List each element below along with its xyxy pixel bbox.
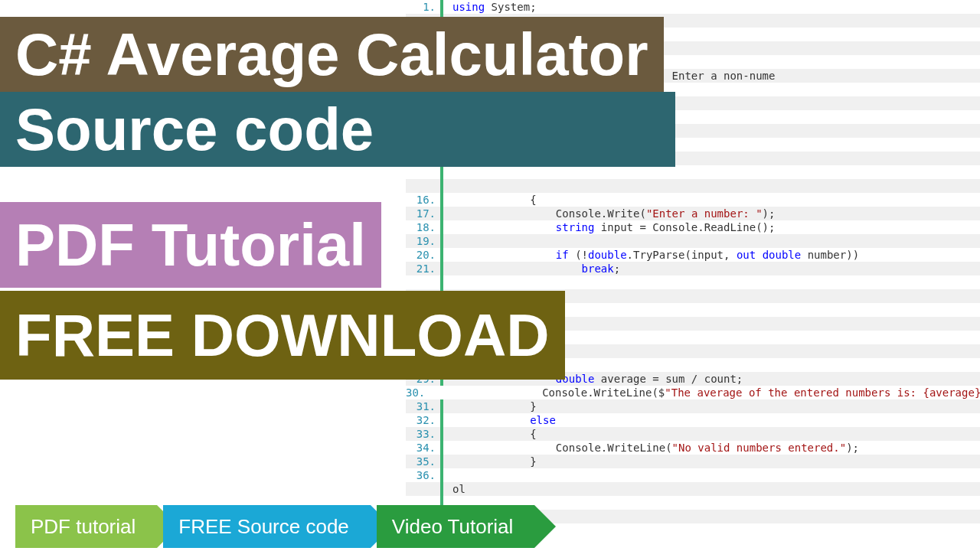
code-text: ol xyxy=(443,482,466,496)
line-number: 31. xyxy=(406,399,440,413)
line-number xyxy=(406,482,440,496)
line-number: 21. xyxy=(406,262,440,276)
code-line: 36. xyxy=(406,468,980,482)
line-number: 33. xyxy=(406,427,440,441)
code-line xyxy=(406,165,980,179)
code-text: Console.WriteLine("No valid numbers ente… xyxy=(443,441,859,455)
code-text xyxy=(443,234,452,248)
code-line xyxy=(406,179,980,193)
pdf-tutorial-banner: PDF Tutorial xyxy=(0,202,381,288)
code-text: } xyxy=(443,455,537,468)
code-line: 18. string input = Console.ReadLine(); xyxy=(406,220,980,234)
code-line: 34. Console.WriteLine("No valid numbers … xyxy=(406,441,980,455)
code-line: 19. xyxy=(406,234,980,248)
line-number xyxy=(406,165,440,179)
video-tutorial-chevron[interactable]: Video Tutorial xyxy=(377,505,535,548)
code-text: string input = Console.ReadLine(); xyxy=(443,220,775,234)
free-download-banner: FREE DOWNLOAD xyxy=(0,291,565,380)
line-number: 19. xyxy=(406,234,440,248)
line-number: 30. xyxy=(406,386,430,399)
line-number xyxy=(406,179,440,193)
pdf-tutorial-chevron[interactable]: PDF tutorial xyxy=(15,505,157,548)
line-number: 17. xyxy=(406,207,440,220)
code-text: else xyxy=(443,413,556,427)
code-text xyxy=(443,179,452,193)
code-text: if (!double.TryParse(input, out double n… xyxy=(443,248,859,262)
code-text: { xyxy=(443,193,537,207)
code-text xyxy=(443,276,452,289)
code-line: 33. { xyxy=(406,427,980,441)
code-line: 32. else xyxy=(406,413,980,427)
line-number: 34. xyxy=(406,441,440,455)
code-text: } xyxy=(443,399,537,413)
code-text: Console.Write("Enter a number: "); xyxy=(443,207,775,220)
code-text: break; xyxy=(443,262,620,276)
line-number: 35. xyxy=(406,455,440,468)
line-number: 18. xyxy=(406,220,440,234)
code-line: ol xyxy=(406,482,980,496)
code-line: 20. if (!double.TryParse(input, out doub… xyxy=(406,248,980,262)
code-line: 17. Console.Write("Enter a number: "); xyxy=(406,207,980,220)
code-text: Console.WriteLine($"The average of the e… xyxy=(430,386,980,399)
code-text xyxy=(443,165,452,179)
code-text: { xyxy=(443,427,537,441)
code-line: 21. break; xyxy=(406,262,980,276)
title-banner: C# Average Calculator xyxy=(0,17,664,92)
code-text xyxy=(443,468,452,482)
free-source-chevron[interactable]: FREE Source code xyxy=(163,505,371,548)
line-number: 16. xyxy=(406,193,440,207)
chevron-row: PDF tutorial FREE Source code Video Tuto… xyxy=(15,505,534,548)
line-number: 1. xyxy=(406,0,440,14)
line-number xyxy=(406,276,440,289)
line-number: 36. xyxy=(406,468,440,482)
code-line: 31. } xyxy=(406,399,980,413)
source-code-banner: Source code xyxy=(0,92,675,167)
code-text: using System; xyxy=(443,0,537,14)
code-line: 35. } xyxy=(406,455,980,468)
line-number: 20. xyxy=(406,248,440,262)
code-line xyxy=(406,276,980,289)
line-number: 32. xyxy=(406,413,440,427)
code-line: 30. Console.WriteLine($"The average of t… xyxy=(406,386,980,399)
code-line: 1.using System; xyxy=(406,0,980,14)
code-line: 16. { xyxy=(406,193,980,207)
